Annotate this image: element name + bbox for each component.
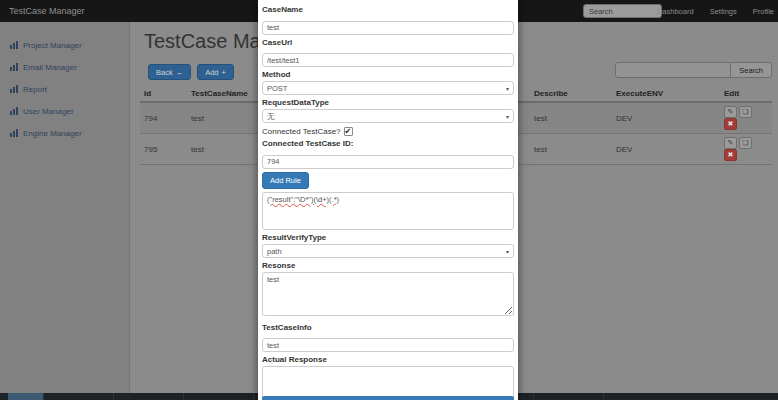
sidebar-item-label: Report [23,85,47,94]
navbar-search-input[interactable] [583,4,662,18]
resultverifytype-selected-value: path [267,247,282,256]
x-icon: ✖ [728,120,734,128]
add-rule-button[interactable]: Add Rule [262,172,309,189]
bar-chart-icon [10,41,18,49]
nav-link-profile[interactable]: Profile [753,7,774,16]
method-label: Method [262,70,514,79]
sidebar-item-label: Email Manager [23,63,77,72]
rule-text: ("result":"\D*")(\d+)(.*) [267,195,339,204]
plus-icon: + [222,68,226,77]
actual-response-textarea[interactable] [262,366,514,400]
copy-row-button[interactable]: ❏ [739,106,752,118]
sidebar-item-label: Engine Manager [23,129,82,138]
requestdatatype-select[interactable]: 无 ▾ [262,109,514,123]
chevron-down-icon: ▾ [506,85,509,92]
taskbar-segment [114,393,184,400]
connected-id-label: Connected TestCase ID: [262,139,514,148]
connected-id-input[interactable] [262,155,514,169]
copy-row-button[interactable]: ❏ [739,137,752,149]
sidebar-item-report[interactable]: Report [0,78,129,100]
nav-link-dashboard[interactable]: Dashboard [657,7,694,16]
nav-link-settings[interactable]: Settings [710,7,737,16]
method-select[interactable]: POST ▾ [262,81,514,95]
sidebar: Project Manager Email Manager Report Use… [0,22,130,393]
casename-input[interactable] [262,21,514,35]
cell-id: 794 [140,102,187,134]
bar-chart-icon [10,63,18,71]
navbar-links: Dashboard Settings Profile [657,0,774,22]
delete-row-button[interactable]: ✖ [724,149,737,161]
connected-testcase-checkbox[interactable]: ✔ [344,127,353,136]
file-icon: ❏ [742,108,748,116]
sidebar-item-project-manager[interactable]: Project Manager [0,34,129,56]
taskbar-segment [184,393,254,400]
chevron-down-icon: ▾ [506,248,509,255]
testcaseinfo-input[interactable] [262,338,514,352]
taskbar-segment [534,393,604,400]
cell-describe: test [530,134,612,165]
bar-chart-icon [10,85,18,93]
check-icon: ✔ [345,127,352,136]
bar-chart-icon [10,107,18,115]
resultverifytype-label: ResultVerifyType [262,233,514,242]
app-brand[interactable]: TestCase Manager [9,0,85,22]
cell-env: DEV [612,134,720,165]
x-icon: ✖ [728,151,734,159]
toolbar: Back ← Add + [148,64,234,80]
col-header-id[interactable]: Id [140,86,187,102]
edit-row-button[interactable]: ✎ [724,137,737,149]
cell-describe: test [530,102,612,134]
bar-chart-icon [10,129,18,137]
casename-label: CaseName [262,5,514,14]
col-header-edit[interactable]: Edit [720,86,772,102]
caseurl-label: CaseUrl [262,38,514,47]
table-search-group: Search [615,62,772,78]
col-header-env[interactable]: ExecuteENV [612,86,720,102]
delete-row-button[interactable]: ✖ [724,118,737,130]
caseurl-input[interactable] [262,53,514,67]
cell-edit: ✎❏✖ [720,102,772,134]
sidebar-item-user-manager[interactable]: User Manager [0,100,129,122]
col-header-describe[interactable]: Describe [530,86,612,102]
method-selected-value: POST [267,84,287,93]
requestdatatype-label: RequestDataType [262,98,514,107]
submit-button-partial[interactable] [262,396,514,400]
sidebar-item-label: Project Manager [23,41,82,50]
rule-textarea[interactable]: ("result":"\D*")(\d+)(.*) [262,192,514,230]
testcase-edit-modal: CaseName CaseUrl Method POST ▾ RequestDa… [258,0,518,400]
resonse-label: Resonse [262,261,514,270]
connected-testcase-row: Connected TestCase? ✔ [262,127,514,136]
table-search-button[interactable]: Search [731,62,772,78]
pencil-icon: ✎ [728,139,734,147]
back-button[interactable]: Back ← [148,64,191,80]
table-search-input[interactable] [615,62,731,78]
sidebar-item-email-manager[interactable]: Email Manager [0,56,129,78]
sidebar-item-label: User Manager [23,107,74,116]
edit-row-button[interactable]: ✎ [724,106,737,118]
file-icon: ❏ [742,139,748,147]
add-button[interactable]: Add + [197,64,234,80]
cell-env: DEV [612,102,720,134]
cell-edit: ✎❏✖ [720,134,772,165]
cell-id: 795 [140,134,187,165]
actual-response-label: Actual Response [262,355,514,364]
taskbar-segment [8,393,44,400]
taskbar-segment [44,393,114,400]
sidebar-item-engine-manager[interactable]: Engine Manager [0,122,129,144]
testcaseinfo-label: TestCaseInfo [262,323,514,332]
resonse-textarea[interactable]: test [262,272,514,316]
requestdatatype-selected-value: 无 [267,112,275,121]
pencil-icon: ✎ [728,108,734,116]
resultverifytype-select[interactable]: path ▾ [262,244,514,258]
chevron-down-icon: ▾ [506,113,509,120]
back-arrow-icon: ← [176,68,184,77]
connected-testcase-label: Connected TestCase? [262,127,341,136]
